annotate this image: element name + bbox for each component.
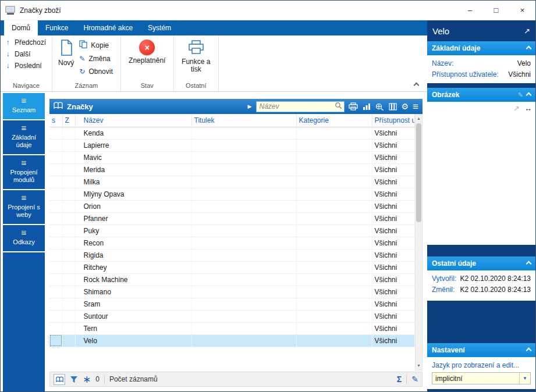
close-button[interactable]: × (509, 1, 535, 20)
vertical-scrollbar[interactable]: ▲ ▼ (415, 114, 423, 370)
panel-title: Značky (67, 102, 93, 111)
lookup-icon[interactable] (375, 103, 384, 111)
field-value: Velo (517, 58, 531, 69)
cell-s (49, 298, 62, 310)
maximize-button[interactable]: □ (483, 1, 509, 20)
panel-menu-icon[interactable]: ≡ (413, 102, 418, 112)
table-row[interactable]: Sram Všichni (49, 298, 415, 310)
table-row[interactable]: Milka Všichni (49, 176, 415, 188)
table-row[interactable]: Pfanner Všichni (49, 212, 415, 224)
invalidate-button[interactable]: × Zneplatnění (125, 38, 169, 80)
section-header-ostatni-udaje[interactable]: Ostatní údaje (427, 256, 535, 270)
table-row[interactable]: Puky Všichni (49, 224, 415, 237)
open-image-icon[interactable]: ↗ (513, 104, 520, 113)
cell-titulek (191, 127, 296, 139)
functions-print-button[interactable]: Funkce a tisk (178, 38, 214, 80)
print-icon[interactable] (349, 102, 358, 111)
section-header-nastaveni[interactable]: Nastavení (427, 343, 535, 357)
section-header-obrazek[interactable]: Obrázek ✎ (427, 88, 535, 102)
fit-width-icon[interactable]: ↔ (524, 104, 532, 113)
expand-search-icon[interactable]: ▶ (248, 104, 252, 109)
table-row[interactable]: Mlýny Opava Všichni (49, 188, 415, 200)
previous-button[interactable]: ↑ Předchozí (5, 38, 48, 47)
column-header-nazev[interactable]: Název (75, 114, 191, 127)
tab-hromadne-akce[interactable]: Hromadné akce (76, 20, 140, 35)
scrollbar-thumb[interactable] (416, 123, 421, 222)
sidebar-item-zakladni-udaje[interactable]: ≡ Základní údaje (3, 120, 45, 155)
table-row[interactable]: Lapierre Všichni (49, 139, 415, 151)
table-row[interactable]: Shimano Všichni (49, 286, 415, 298)
edit-pencil-icon[interactable]: ✎ (411, 375, 418, 384)
open-detail-icon[interactable]: ↗ (524, 27, 530, 35)
sidebar-item-odkazy[interactable]: ≡ Odkazy (3, 225, 45, 252)
sidebar-item-seznam[interactable]: ≡ Seznam (3, 93, 45, 120)
column-header-z[interactable]: Z (62, 114, 75, 127)
table-row[interactable]: Velo Všichni (49, 334, 415, 347)
column-header-titulek[interactable]: Titulek (191, 114, 296, 127)
cell-pristupnost: Všichni (372, 273, 415, 286)
dropdown-icon[interactable]: ▼ (519, 373, 530, 384)
tab-domu[interactable]: Domů (4, 20, 38, 35)
scroll-down-icon[interactable]: ▼ (417, 362, 421, 370)
column-header-kategorie[interactable]: Kategorie (296, 114, 372, 127)
cell-z (62, 249, 75, 261)
section-title: Nastavení (432, 346, 465, 354)
new-record-button[interactable]: Nový (56, 38, 76, 80)
chart-icon[interactable] (363, 103, 371, 111)
ribbon-collapse-button[interactable] (414, 81, 420, 87)
section-header-zakladni-udaje[interactable]: Základní údaje (427, 41, 535, 55)
cell-titulek (191, 261, 296, 273)
table-row[interactable]: Orion Všichni (49, 200, 415, 212)
columns-icon[interactable] (389, 103, 397, 111)
language-select[interactable]: implicitní ▼ (432, 372, 531, 384)
cell-s (49, 286, 62, 298)
sidebar-item-propojeni-s-weby[interactable]: ≡ Propojení s weby (3, 190, 45, 225)
edit-image-icon: ✎ (518, 91, 523, 99)
sidebar-item-propojeni-modulu[interactable]: ≡ Propojení modulů (3, 155, 45, 190)
cell-kategorie (296, 176, 372, 188)
cell-z (62, 224, 75, 237)
table-row[interactable]: Mavic Všichni (49, 151, 415, 163)
table-row[interactable]: Suntour Všichni (49, 310, 415, 322)
new-document-icon (59, 40, 73, 58)
records-table: s Z Název Titulek Kategorie Přístupnost … (49, 114, 415, 347)
scroll-up-icon[interactable]: ▲ (417, 115, 421, 123)
cell-s (49, 237, 62, 249)
tab-system[interactable]: Systém (140, 20, 179, 35)
functions-print-label: Funkce a tisk (180, 58, 212, 73)
filter-icon[interactable] (70, 376, 78, 383)
cell-z (62, 237, 75, 249)
sidebar: ≡ Seznam ≡ Základní údaje ≡ Propojení mo… (3, 93, 45, 391)
book-view-button[interactable] (54, 374, 65, 385)
table-row[interactable]: Recon Všichni (49, 237, 415, 249)
copy-button[interactable]: Kopie (79, 40, 112, 50)
settings-gear-icon[interactable]: ⚙ (402, 102, 409, 111)
filter-count-icon: ∗ (83, 375, 91, 384)
refresh-button[interactable]: ↻ Obnovit (79, 67, 112, 76)
table-row[interactable]: Kenda Všichni (49, 127, 415, 139)
sum-icon[interactable]: Σ (397, 375, 402, 384)
table-row[interactable]: Merida Všichni (49, 163, 415, 176)
table-header-row: s Z Název Titulek Kategorie Přístupnost … (49, 114, 415, 127)
column-header-pristupnost[interactable]: Přístupnost uživatele (372, 114, 415, 127)
cell-z (62, 273, 75, 286)
tab-funkce[interactable]: Funkce (38, 20, 76, 35)
cell-pristupnost: Všichni (372, 151, 415, 163)
cell-kategorie (296, 224, 372, 237)
minimize-button[interactable]: – (457, 1, 483, 20)
edit-button[interactable]: ✎ Změna (79, 55, 112, 63)
field-pristupnost: Přístupnost uživatele: Všichni (432, 69, 531, 80)
table-row[interactable]: Rock Machine Všichni (49, 273, 415, 286)
cell-nazev: Kenda (75, 127, 191, 139)
next-button[interactable]: ↓ Další (5, 50, 48, 58)
cell-titulek (191, 286, 296, 298)
column-header-s[interactable]: s (49, 114, 62, 127)
group-label-stav: Stav (121, 81, 173, 91)
table-row[interactable]: Tern Všichni (49, 322, 415, 334)
table-row[interactable]: Ritchey Všichni (49, 261, 415, 273)
search-input[interactable] (257, 102, 335, 111)
last-button[interactable]: ↓ Poslední (5, 62, 48, 70)
cell-s (49, 200, 62, 212)
cell-pristupnost: Všichni (372, 188, 415, 200)
table-row[interactable]: Rigida Všichni (49, 249, 415, 261)
